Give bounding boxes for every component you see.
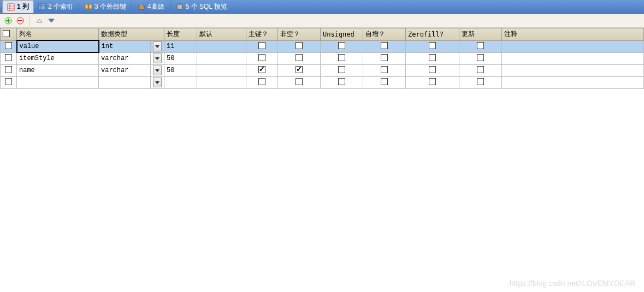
- cell-name[interactable]: value: [17, 40, 99, 52]
- cell-comment[interactable]: [502, 52, 644, 64]
- row-checkbox[interactable]: [1, 52, 17, 64]
- cell-length[interactable]: 11: [164, 40, 197, 52]
- cell-length[interactable]: [164, 76, 197, 88]
- svg-rect-8: [89, 4, 92, 9]
- tab-indexes[interactable]: 2 个索引: [34, 1, 78, 13]
- cell-type[interactable]: varchar: [99, 52, 151, 64]
- cell-autoinc[interactable]: [363, 64, 406, 76]
- move-up-button[interactable]: [34, 16, 44, 26]
- table-row[interactable]: itemStylevarchar50: [1, 52, 644, 64]
- cell-pk[interactable]: [246, 76, 278, 88]
- remove-row-button[interactable]: [15, 16, 25, 26]
- header-upd[interactable]: 更新: [459, 28, 502, 41]
- table-row[interactable]: namevarchar50: [1, 64, 644, 76]
- tab-separator: [170, 2, 170, 11]
- cell-default[interactable]: [197, 40, 246, 52]
- tab-bar: 1 列 2 个索引 3 个外部键 4高级 5 个 SQL 预览: [0, 0, 644, 14]
- fk-icon: [85, 3, 92, 10]
- tab-separator: [79, 2, 79, 11]
- tab-label: 5 个 SQL 预览: [186, 2, 227, 11]
- cell-length[interactable]: 50: [164, 52, 197, 64]
- cell-pk[interactable]: [246, 40, 278, 52]
- cell-zerofill[interactable]: [406, 52, 459, 64]
- cell-notnull[interactable]: [278, 40, 321, 52]
- cell-name[interactable]: [17, 76, 99, 88]
- svg-rect-0: [8, 4, 14, 10]
- move-down-button[interactable]: [46, 16, 56, 26]
- cell-unsigned[interactable]: [321, 76, 363, 88]
- cell-default[interactable]: [197, 52, 246, 64]
- cell-notnull[interactable]: [278, 64, 321, 76]
- cell-pk[interactable]: [246, 52, 278, 64]
- cell-unsigned[interactable]: [321, 52, 363, 64]
- header-type[interactable]: 数据类型: [99, 28, 164, 41]
- header-row: 列名 数据类型 长度 默认 主键？ 非空？ Unsigned 自增？ Zerof…: [1, 28, 644, 41]
- cell-comment[interactable]: [502, 76, 644, 88]
- row-checkbox[interactable]: [1, 76, 17, 88]
- cell-default[interactable]: [197, 76, 246, 88]
- cell-zerofill[interactable]: [406, 64, 459, 76]
- cell-update[interactable]: [459, 40, 502, 52]
- cell-pk[interactable]: [246, 64, 278, 76]
- tab-label: 3 个外部键: [94, 2, 126, 11]
- header-name[interactable]: 列名: [17, 28, 99, 41]
- header-nn[interactable]: 非空？: [278, 28, 321, 41]
- row-checkbox[interactable]: [1, 40, 17, 52]
- type-dropdown[interactable]: [151, 64, 164, 76]
- svg-rect-10: [139, 6, 144, 9]
- cell-name[interactable]: itemStyle: [17, 52, 99, 64]
- cell-notnull[interactable]: [278, 52, 321, 64]
- cell-update[interactable]: [459, 52, 502, 64]
- toolbar-separator: [29, 16, 30, 26]
- table-row[interactable]: [1, 76, 644, 88]
- advanced-icon: [138, 3, 145, 10]
- header-ai[interactable]: 自增？: [363, 28, 406, 41]
- type-dropdown[interactable]: [151, 52, 164, 64]
- cell-zerofill[interactable]: [406, 76, 459, 88]
- svg-rect-4: [39, 3, 45, 10]
- header-check[interactable]: [1, 28, 17, 41]
- cell-autoinc[interactable]: [363, 76, 406, 88]
- header-zf[interactable]: Zerofill?: [406, 28, 459, 41]
- columns-table: 列名 数据类型 长度 默认 主键？ 非空？ Unsigned 自增？ Zerof…: [0, 28, 644, 89]
- header-uns[interactable]: Unsigned: [321, 28, 363, 41]
- cell-name[interactable]: name: [17, 64, 99, 76]
- header-len[interactable]: 长度: [164, 28, 197, 41]
- header-pk[interactable]: 主键？: [246, 28, 278, 41]
- tab-advanced[interactable]: 4高级: [133, 1, 169, 13]
- toolbar: [0, 14, 644, 28]
- tab-label: 4高级: [147, 2, 164, 11]
- tab-sql-preview[interactable]: 5 个 SQL 预览: [172, 1, 232, 13]
- cell-update[interactable]: [459, 64, 502, 76]
- cell-type[interactable]: varchar: [99, 64, 151, 76]
- cell-notnull[interactable]: [278, 76, 321, 88]
- tab-label: 2 个索引: [48, 2, 73, 11]
- row-checkbox[interactable]: [1, 64, 17, 76]
- cell-type[interactable]: [99, 76, 151, 88]
- table-icon: [7, 3, 15, 11]
- cell-zerofill[interactable]: [406, 40, 459, 52]
- cell-comment[interactable]: [502, 40, 644, 52]
- cell-autoinc[interactable]: [363, 40, 406, 52]
- cell-unsigned[interactable]: [321, 64, 363, 76]
- tab-separator: [132, 2, 132, 11]
- svg-rect-7: [85, 4, 88, 9]
- table-row[interactable]: valueint11: [1, 40, 644, 52]
- cell-comment[interactable]: [502, 64, 644, 76]
- add-row-button[interactable]: [3, 16, 13, 26]
- tab-label: 1 列: [17, 2, 29, 11]
- cell-autoinc[interactable]: [363, 52, 406, 64]
- cell-type[interactable]: int: [99, 40, 151, 52]
- cell-length[interactable]: 50: [164, 64, 197, 76]
- tab-columns[interactable]: 1 列: [2, 0, 34, 13]
- cell-default[interactable]: [197, 64, 246, 76]
- tab-foreign-keys[interactable]: 3 个外部键: [80, 1, 131, 13]
- header-def[interactable]: 默认: [197, 28, 246, 41]
- cell-unsigned[interactable]: [321, 40, 363, 52]
- cell-update[interactable]: [459, 76, 502, 88]
- type-dropdown[interactable]: [151, 40, 164, 52]
- header-com[interactable]: 注释: [502, 28, 644, 41]
- index-icon: [38, 3, 46, 10]
- sql-icon: [176, 3, 184, 10]
- type-dropdown[interactable]: [151, 76, 164, 88]
